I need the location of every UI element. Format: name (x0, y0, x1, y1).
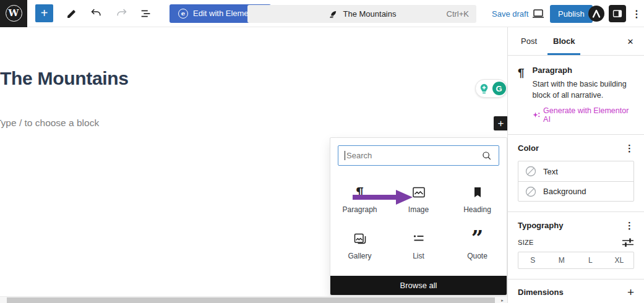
block-grid: ¶ Paragraph Image Heading (330, 173, 507, 266)
kebab-icon: ⋮ (632, 8, 642, 20)
block-description: Start with the basic building block of a… (533, 79, 634, 101)
laptop-icon (531, 6, 546, 21)
horizontal-scrollbar[interactable]: ▸ (0, 296, 507, 303)
scrollbar-right-arrow[interactable]: ▸ (499, 297, 506, 303)
dimensions-title: Dimensions (518, 288, 564, 297)
tools-pencil-button[interactable] (64, 6, 79, 21)
text-color-row[interactable]: Text (518, 161, 633, 181)
size-option-m[interactable]: M (547, 252, 577, 268)
block-label: Paragraph (342, 205, 377, 214)
text-caret (345, 151, 345, 160)
tab-block[interactable]: Block (545, 27, 583, 55)
list-view-icon (139, 7, 153, 20)
options-menu-button[interactable]: ⋮ (632, 7, 642, 20)
plus-icon: + (41, 6, 48, 20)
size-settings-icon[interactable] (622, 237, 634, 247)
undo-icon (90, 7, 103, 20)
block-label: Image (408, 205, 429, 214)
image-icon (411, 185, 426, 200)
dimensions-panel-toggle[interactable]: Dimensions + (508, 280, 644, 303)
size-option-xl[interactable]: XL (605, 252, 634, 268)
no-color-icon (525, 186, 537, 198)
command-shortcut-label: Ctrl+K (447, 9, 469, 19)
block-label: Heading (463, 205, 491, 214)
redo-button[interactable] (114, 6, 129, 21)
ai-link-label: Generate with Elementor AI (543, 106, 634, 124)
size-option-s[interactable]: S (518, 252, 547, 268)
block-option-gallery[interactable]: Gallery (330, 220, 389, 266)
block-option-heading[interactable]: Heading (448, 173, 507, 220)
astra-theme-button[interactable] (588, 6, 604, 22)
color-section-title: Color (518, 143, 539, 153)
block-search-input[interactable]: Search (338, 145, 499, 166)
quill-icon (328, 9, 338, 19)
search-placeholder: Search (346, 151, 481, 160)
color-row-label: Background (543, 187, 586, 196)
plus-icon: + (627, 286, 634, 299)
preview-button[interactable] (531, 6, 546, 21)
block-description-card: ¶ Paragraph Start with the basic buildin… (508, 56, 644, 135)
tab-post[interactable]: Post (513, 27, 545, 55)
block-label: List (413, 252, 424, 260)
sidebar-panel-icon (611, 7, 624, 20)
wordpress-logo-icon: W (6, 5, 22, 22)
lightbulb-plus-icon (477, 82, 491, 96)
paragraph-icon: ¶ (518, 67, 525, 124)
block-label: Gallery (348, 252, 371, 260)
block-option-image[interactable]: Image (389, 173, 448, 220)
pencil-icon (65, 7, 79, 20)
generate-with-elementor-ai-link[interactable]: Generate with Elementor AI (533, 106, 634, 124)
redo-icon (114, 7, 128, 20)
gallery-icon (353, 231, 367, 246)
undo-button[interactable] (89, 6, 104, 21)
block-option-list[interactable]: List (389, 220, 448, 266)
inline-block-inserter-button[interactable]: + (494, 116, 507, 130)
color-row-label: Text (543, 167, 558, 176)
settings-sidebar-toggle-button[interactable] (609, 5, 626, 22)
color-section: Color ⋮ Text Background (508, 135, 644, 212)
browse-all-button[interactable]: Browse all (330, 276, 507, 295)
block-inserter-toggle-button[interactable]: + (35, 4, 53, 22)
typography-section-title: Typography (518, 221, 563, 230)
elementor-logo-icon: e (178, 9, 188, 19)
grammarly-g-icon: G (492, 82, 506, 95)
list-icon (411, 231, 426, 246)
quick-inserter-popup: Search ¶ Paragraph Image (330, 137, 507, 296)
ai-sparkle-icon (533, 111, 541, 119)
bookmark-icon (470, 185, 485, 200)
block-name: Paragraph (533, 66, 634, 75)
wordpress-block-editor: W + (0, 0, 644, 303)
astra-logo-icon (588, 6, 604, 22)
list-view-button[interactable] (139, 6, 153, 21)
block-label: Quote (467, 252, 487, 260)
block-option-paragraph[interactable]: ¶ Paragraph (330, 173, 389, 220)
paragraph-icon: ¶ (356, 186, 363, 199)
quote-icon: ” (471, 233, 484, 245)
close-icon: ✕ (627, 37, 634, 46)
grammarly-widget[interactable]: G (475, 79, 507, 98)
save-draft-button[interactable]: Save draft (492, 9, 528, 19)
command-bar-title: The Mountains (343, 9, 397, 19)
no-color-icon (525, 165, 537, 177)
typography-section: Typography ⋮ SIZE S M L XL (508, 212, 644, 280)
command-center-bar[interactable]: The Mountains Ctrl+K (247, 5, 476, 23)
font-size-segmented-control: S M L XL (518, 252, 634, 269)
search-icon (481, 150, 492, 161)
color-settings-box: Text Background (518, 161, 634, 202)
background-color-row[interactable]: Background (518, 181, 633, 201)
settings-sidebar: Post Block ✕ ¶ Paragraph Start with the … (507, 27, 644, 303)
wordpress-logo-button[interactable]: W (0, 0, 27, 27)
scrollbar-thumb[interactable] (7, 297, 495, 303)
publish-button[interactable]: Publish (550, 5, 593, 23)
size-label: SIZE (518, 239, 534, 246)
size-option-l[interactable]: L (576, 252, 605, 268)
sidebar-tabs: Post Block ✕ (508, 27, 644, 56)
plus-icon: + (498, 117, 504, 130)
post-title[interactable]: The Mountains (0, 68, 129, 89)
color-options-button[interactable]: ⋮ (625, 143, 634, 153)
empty-block-placeholder[interactable]: Type / to choose a block (0, 117, 99, 129)
block-option-quote[interactable]: ” Quote (448, 220, 507, 266)
editor-top-bar: W + (0, 0, 644, 27)
typography-options-button[interactable]: ⋮ (625, 221, 634, 230)
close-sidebar-button[interactable]: ✕ (624, 35, 637, 48)
